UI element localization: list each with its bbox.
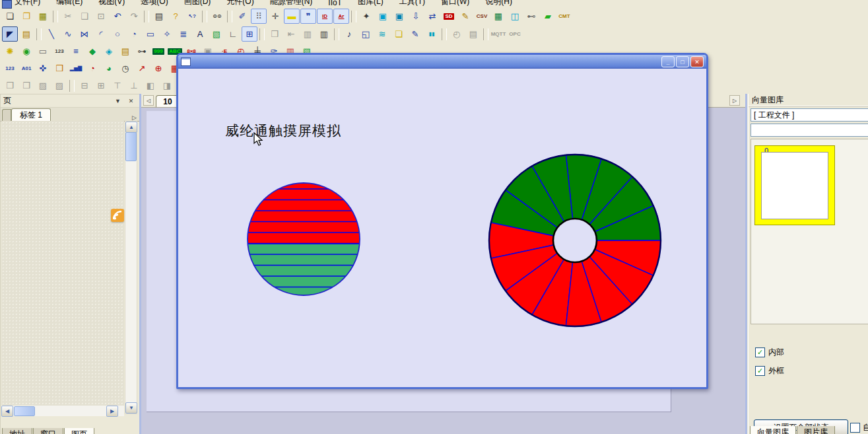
key-icon[interactable]: ⊶	[134, 44, 150, 59]
circle-tool-icon[interactable]: ○	[110, 26, 125, 42]
option-frame[interactable]: ✓ 外框	[755, 365, 784, 377]
hmi-graphics[interactable]	[178, 69, 706, 387]
macro-icon[interactable]: ▮▮	[424, 26, 440, 42]
vertical-scrollbar[interactable]: ▲ ▼	[125, 121, 137, 414]
window-fill-icon[interactable]: ▬	[284, 9, 300, 24]
scroll-down-icon[interactable]: ▼	[125, 402, 137, 414]
new-file-icon[interactable]: ❏	[2, 9, 18, 24]
ascii-input-icon[interactable]: A01	[18, 61, 34, 76]
menu-item-5[interactable]: 画图(D)	[184, 0, 211, 7]
menu-item-11[interactable]: 窗口(W)	[441, 0, 469, 7]
snap-icon[interactable]: ✛	[267, 9, 283, 24]
panel-tab-next-icon[interactable]: ▷	[132, 114, 137, 121]
freehand-tool-icon[interactable]: ∿	[60, 26, 76, 42]
menu-item-1[interactable]: 文件(F)	[15, 0, 40, 7]
meter-display-icon[interactable]: ◔	[84, 61, 100, 76]
font-toggle-icon[interactable]: Ar	[333, 9, 349, 24]
data-table-icon[interactable]: ▦	[490, 9, 506, 24]
multi-state-switch-icon[interactable]: ≡	[68, 44, 84, 59]
simulation-titlebar[interactable]: _ □ ✕	[178, 55, 706, 69]
arc-tool-icon[interactable]: ◜	[93, 26, 109, 42]
open-file-icon[interactable]: ❐	[18, 9, 34, 24]
label-library-icon[interactable]: ❏	[391, 26, 407, 42]
library-select[interactable]: [ 工程文件 ]	[751, 108, 868, 122]
id-toggle-icon[interactable]: ID	[317, 9, 333, 24]
picture-tool-icon[interactable]: ▧	[209, 26, 224, 42]
print-icon[interactable]: ▤	[151, 9, 167, 24]
bit-lamp-icon[interactable]: ✺	[2, 44, 18, 59]
maximize-button[interactable]: □	[676, 56, 689, 67]
string-table-icon[interactable]: ✎	[407, 26, 423, 42]
panel-tab-partial[interactable]	[2, 109, 11, 121]
numeric-display-icon[interactable]: 999	[150, 44, 166, 59]
menu-item-8[interactable]: IIoT	[328, 0, 342, 7]
connector-tool-icon[interactable]: ⋈	[77, 26, 92, 42]
clock-icon[interactable]: ◷	[117, 61, 133, 76]
left-tab-2[interactable]: 窗口	[33, 428, 63, 434]
rectangle-tool-icon[interactable]: ▭	[143, 26, 158, 42]
target-icon[interactable]: ⊕	[150, 61, 166, 76]
library-tab-1[interactable]: 向量图库	[750, 426, 796, 434]
library-tab-2[interactable]: 图片库	[797, 426, 835, 434]
corner-tool-icon[interactable]: ∟	[225, 26, 241, 42]
object-attributes-icon[interactable]: ▤	[18, 26, 34, 42]
shape-thumbnail-selected[interactable]: 0	[754, 145, 835, 225]
set-bit-icon[interactable]: ▭	[35, 44, 51, 59]
right-splitter[interactable]	[745, 94, 747, 434]
panel-menu-button[interactable]: ▼	[112, 96, 123, 106]
move-shape-icon[interactable]: ✜	[35, 61, 51, 76]
function-key-icon[interactable]: ◈	[101, 44, 117, 59]
minimize-button[interactable]: _	[661, 56, 675, 67]
sequence-icon[interactable]: ❒	[51, 61, 67, 76]
page-tab-next-icon[interactable]: ▷	[729, 95, 740, 106]
rebuild-download-icon[interactable]: ⇄	[424, 9, 440, 24]
sd-card-icon[interactable]: SD	[441, 9, 457, 24]
option-auto[interactable]: ✓ 自	[850, 422, 868, 433]
pie-display-icon[interactable]: ◕	[101, 61, 117, 76]
left-tab-3[interactable]: 图页	[64, 428, 94, 434]
menu-item-2[interactable]: 编辑(E)	[56, 0, 83, 7]
horizontal-scroll-thumb[interactable]	[14, 406, 35, 416]
pen-icon[interactable]: ✐	[234, 9, 250, 24]
word-lamp-icon[interactable]: ◉	[18, 44, 34, 59]
help-icon[interactable]: ?	[168, 9, 184, 24]
panel-tab-label1[interactable]: 标签 1	[11, 108, 51, 121]
grid-view-icon[interactable]: ⊞	[242, 26, 257, 42]
window-tree-content[interactable]	[1, 121, 124, 413]
undo-icon[interactable]: ↶	[110, 9, 125, 24]
online-simulation-icon[interactable]: ▣	[375, 9, 391, 24]
menu-item-6[interactable]: 元件(O)	[226, 0, 253, 7]
pie-tool-icon[interactable]: ◔	[126, 26, 142, 42]
feed-icon[interactable]	[111, 209, 124, 222]
select-tool-icon[interactable]: ◤	[2, 26, 18, 42]
edit-data-icon[interactable]: ✎	[457, 9, 473, 24]
compile-icon[interactable]: ✦	[358, 9, 374, 24]
close-button[interactable]: ✕	[690, 56, 704, 67]
csv-export-icon[interactable]: CSV	[474, 9, 490, 24]
context-help-icon[interactable]: ↖?	[184, 9, 200, 24]
auto-checkbox[interactable]: ✓	[850, 423, 860, 433]
tag-library-icon[interactable]: ≋	[374, 26, 390, 42]
menu-item-3[interactable]: 视图(V)	[98, 0, 125, 7]
scroll-up-icon[interactable]: ▲	[125, 122, 137, 133]
save-file-icon[interactable]: ▦	[35, 9, 51, 24]
inner-checkbox[interactable]: ✓	[755, 347, 765, 357]
vertical-scroll-thumb[interactable]	[125, 132, 137, 161]
toggle-switch-icon[interactable]: ▤	[117, 44, 133, 59]
menu-item-9[interactable]: 图库(L)	[358, 0, 384, 7]
polygon-tool-icon[interactable]: ✧	[159, 26, 175, 42]
scale-tool-icon[interactable]: ≣	[176, 26, 191, 42]
text-tool-icon[interactable]: A	[192, 26, 208, 42]
line-tool-icon[interactable]: ╲	[44, 26, 59, 42]
page-tab-prev-icon[interactable]: ◁	[143, 95, 154, 106]
scroll-right-icon[interactable]: ▶	[106, 406, 118, 417]
menu-item-12[interactable]: 说明(H)	[485, 0, 512, 7]
horizontal-scrollbar[interactable]: ◀ ▶	[1, 406, 124, 416]
cmt-viewer-icon[interactable]: CMT	[556, 9, 572, 24]
menu-item-4[interactable]: 选项(O)	[141, 0, 168, 7]
option-inner[interactable]: ✓ 内部	[755, 347, 784, 358]
address-grabber-icon[interactable]: ◱	[358, 26, 374, 42]
menu-item-7[interactable]: 能源管理(N)	[270, 0, 313, 7]
combo-button-icon[interactable]: ◆	[84, 44, 100, 59]
pass-through-icon[interactable]: ▰	[540, 9, 556, 24]
